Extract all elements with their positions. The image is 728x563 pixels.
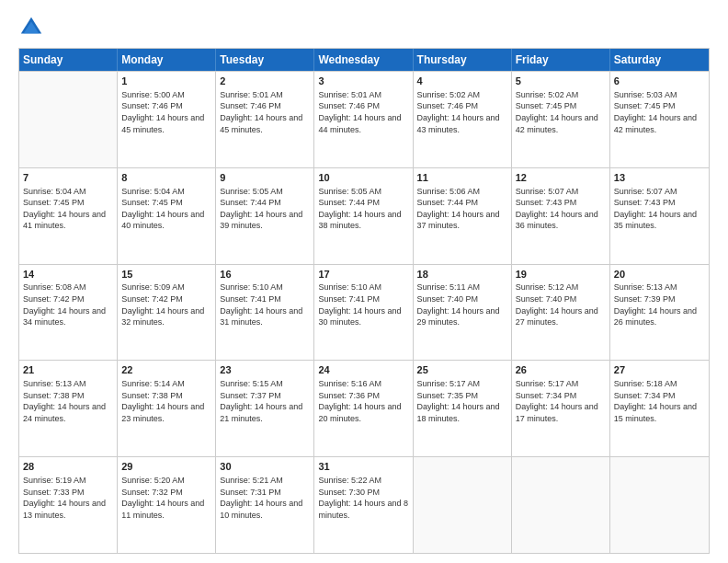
day-number: 24 <box>318 363 408 377</box>
calendar-cell: 21Sunrise: 5:13 AMSunset: 7:38 PMDayligh… <box>19 361 118 456</box>
calendar-cell: 2Sunrise: 5:01 AMSunset: 7:46 PMDaylight… <box>216 72 314 167</box>
day-number: 27 <box>614 363 705 377</box>
cell-info: Sunrise: 5:10 AMSunset: 7:41 PMDaylight:… <box>318 282 408 327</box>
calendar-cell: 25Sunrise: 5:17 AMSunset: 7:35 PMDayligh… <box>414 361 512 456</box>
day-number: 18 <box>417 268 507 282</box>
header-day-wednesday: Wednesday <box>314 49 413 71</box>
cell-info: Sunrise: 5:04 AMSunset: 7:45 PMDaylight:… <box>23 186 113 232</box>
calendar-cell: 5Sunrise: 5:02 AMSunset: 7:45 PMDaylight… <box>512 72 610 167</box>
calendar-cell: 8Sunrise: 5:04 AMSunset: 7:45 PMDaylight… <box>118 168 216 264</box>
day-number: 5 <box>516 75 606 88</box>
calendar-cell: 24Sunrise: 5:16 AMSunset: 7:36 PMDayligh… <box>314 361 413 456</box>
day-number: 6 <box>614 75 705 88</box>
day-number: 4 <box>417 75 507 88</box>
day-number: 2 <box>220 75 310 88</box>
day-number: 1 <box>121 75 211 88</box>
calendar-cell: 26Sunrise: 5:17 AMSunset: 7:34 PMDayligh… <box>512 361 610 456</box>
cell-info: Sunrise: 5:05 AMSunset: 7:44 PMDaylight:… <box>318 186 408 232</box>
header-day-tuesday: Tuesday <box>216 49 314 71</box>
day-number: 12 <box>516 171 606 185</box>
day-number: 23 <box>220 363 310 377</box>
calendar-body: 1Sunrise: 5:00 AMSunset: 7:46 PMDaylight… <box>19 71 709 553</box>
calendar-cell: 16Sunrise: 5:10 AMSunset: 7:41 PMDayligh… <box>216 265 314 361</box>
calendar-cell: 11Sunrise: 5:06 AMSunset: 7:44 PMDayligh… <box>414 168 512 264</box>
calendar-cell: 1Sunrise: 5:00 AMSunset: 7:46 PMDaylight… <box>118 72 216 167</box>
cell-info: Sunrise: 5:14 AMSunset: 7:38 PMDaylight:… <box>121 378 211 424</box>
calendar-cell: 10Sunrise: 5:05 AMSunset: 7:44 PMDayligh… <box>314 168 413 264</box>
cell-info: Sunrise: 5:05 AMSunset: 7:44 PMDaylight:… <box>220 186 310 232</box>
calendar-cell: 9Sunrise: 5:05 AMSunset: 7:44 PMDaylight… <box>216 168 314 264</box>
cell-info: Sunrise: 5:01 AMSunset: 7:46 PMDaylight:… <box>318 89 408 135</box>
calendar-cell: 29Sunrise: 5:20 AMSunset: 7:32 PMDayligh… <box>118 457 216 553</box>
day-number: 17 <box>318 268 408 282</box>
calendar-cell: 22Sunrise: 5:14 AMSunset: 7:38 PMDayligh… <box>118 361 216 456</box>
cell-info: Sunrise: 5:11 AMSunset: 7:40 PMDaylight:… <box>417 282 507 327</box>
day-number: 22 <box>121 363 211 377</box>
cell-info: Sunrise: 5:03 AMSunset: 7:45 PMDaylight:… <box>614 89 705 135</box>
cell-info: Sunrise: 5:13 AMSunset: 7:39 PMDaylight:… <box>614 282 705 327</box>
cell-info: Sunrise: 5:10 AMSunset: 7:41 PMDaylight:… <box>220 282 310 327</box>
cell-info: Sunrise: 5:15 AMSunset: 7:37 PMDaylight:… <box>220 378 310 424</box>
day-number: 21 <box>23 363 113 377</box>
day-number: 28 <box>23 460 113 474</box>
header-day-thursday: Thursday <box>414 49 512 71</box>
cell-info: Sunrise: 5:20 AMSunset: 7:32 PMDaylight:… <box>121 475 211 521</box>
calendar-cell: 30Sunrise: 5:21 AMSunset: 7:31 PMDayligh… <box>216 457 314 553</box>
cell-info: Sunrise: 5:09 AMSunset: 7:42 PMDaylight:… <box>121 282 211 327</box>
calendar-cell: 28Sunrise: 5:19 AMSunset: 7:33 PMDayligh… <box>19 457 118 553</box>
day-number: 8 <box>121 171 211 185</box>
calendar-cell: 15Sunrise: 5:09 AMSunset: 7:42 PMDayligh… <box>118 265 216 361</box>
calendar-row-3: 21Sunrise: 5:13 AMSunset: 7:38 PMDayligh… <box>19 360 709 456</box>
calendar-row-4: 28Sunrise: 5:19 AMSunset: 7:33 PMDayligh… <box>19 456 709 553</box>
cell-info: Sunrise: 5:06 AMSunset: 7:44 PMDaylight:… <box>417 186 507 232</box>
calendar-header: SundayMondayTuesdayWednesdayThursdayFrid… <box>19 49 709 71</box>
cell-info: Sunrise: 5:02 AMSunset: 7:45 PMDaylight:… <box>516 89 606 135</box>
day-number: 13 <box>614 171 705 185</box>
cell-info: Sunrise: 5:02 AMSunset: 7:46 PMDaylight:… <box>417 89 507 135</box>
calendar-cell: 12Sunrise: 5:07 AMSunset: 7:43 PMDayligh… <box>512 168 610 264</box>
calendar-cell: 31Sunrise: 5:22 AMSunset: 7:30 PMDayligh… <box>314 457 413 553</box>
calendar-cell <box>512 457 610 553</box>
day-number: 31 <box>318 460 408 474</box>
logo-icon <box>18 15 44 40</box>
day-number: 20 <box>614 268 705 282</box>
calendar-cell: 6Sunrise: 5:03 AMSunset: 7:45 PMDaylight… <box>610 72 709 167</box>
calendar-cell: 17Sunrise: 5:10 AMSunset: 7:41 PMDayligh… <box>314 265 413 361</box>
calendar: SundayMondayTuesdayWednesdayThursdayFrid… <box>18 48 710 554</box>
day-number: 3 <box>318 75 408 88</box>
day-number: 7 <box>23 171 113 185</box>
calendar-row-0: 1Sunrise: 5:00 AMSunset: 7:46 PMDaylight… <box>19 71 709 167</box>
header-day-saturday: Saturday <box>610 49 709 71</box>
calendar-cell: 14Sunrise: 5:08 AMSunset: 7:42 PMDayligh… <box>19 265 118 361</box>
day-number: 10 <box>318 171 408 185</box>
calendar-cell <box>610 457 709 553</box>
calendar-row-2: 14Sunrise: 5:08 AMSunset: 7:42 PMDayligh… <box>19 264 709 361</box>
calendar-cell: 7Sunrise: 5:04 AMSunset: 7:45 PMDaylight… <box>19 168 118 264</box>
day-number: 15 <box>121 268 211 282</box>
cell-info: Sunrise: 5:08 AMSunset: 7:42 PMDaylight:… <box>23 282 113 327</box>
cell-info: Sunrise: 5:16 AMSunset: 7:36 PMDaylight:… <box>318 378 408 424</box>
cell-info: Sunrise: 5:00 AMSunset: 7:46 PMDaylight:… <box>121 89 211 135</box>
cell-info: Sunrise: 5:07 AMSunset: 7:43 PMDaylight:… <box>614 186 705 232</box>
cell-info: Sunrise: 5:17 AMSunset: 7:35 PMDaylight:… <box>417 378 507 424</box>
cell-info: Sunrise: 5:01 AMSunset: 7:46 PMDaylight:… <box>220 89 310 135</box>
cell-info: Sunrise: 5:13 AMSunset: 7:38 PMDaylight:… <box>23 378 113 424</box>
day-number: 11 <box>417 171 507 185</box>
cell-info: Sunrise: 5:04 AMSunset: 7:45 PMDaylight:… <box>121 186 211 232</box>
calendar-cell: 13Sunrise: 5:07 AMSunset: 7:43 PMDayligh… <box>610 168 709 264</box>
day-number: 14 <box>23 268 113 282</box>
day-number: 29 <box>121 460 211 474</box>
cell-info: Sunrise: 5:07 AMSunset: 7:43 PMDaylight:… <box>516 186 606 232</box>
header-day-monday: Monday <box>118 49 216 71</box>
day-number: 25 <box>417 363 507 377</box>
cell-info: Sunrise: 5:22 AMSunset: 7:30 PMDaylight:… <box>318 475 408 521</box>
calendar-cell: 27Sunrise: 5:18 AMSunset: 7:34 PMDayligh… <box>610 361 709 456</box>
calendar-cell: 4Sunrise: 5:02 AMSunset: 7:46 PMDaylight… <box>414 72 512 167</box>
calendar-cell <box>414 457 512 553</box>
calendar-cell <box>19 72 118 167</box>
calendar-cell: 18Sunrise: 5:11 AMSunset: 7:40 PMDayligh… <box>414 265 512 361</box>
cell-info: Sunrise: 5:21 AMSunset: 7:31 PMDaylight:… <box>220 475 310 521</box>
cell-info: Sunrise: 5:19 AMSunset: 7:33 PMDaylight:… <box>23 475 113 521</box>
calendar-cell: 3Sunrise: 5:01 AMSunset: 7:46 PMDaylight… <box>314 72 413 167</box>
cell-info: Sunrise: 5:17 AMSunset: 7:34 PMDaylight:… <box>516 378 606 424</box>
